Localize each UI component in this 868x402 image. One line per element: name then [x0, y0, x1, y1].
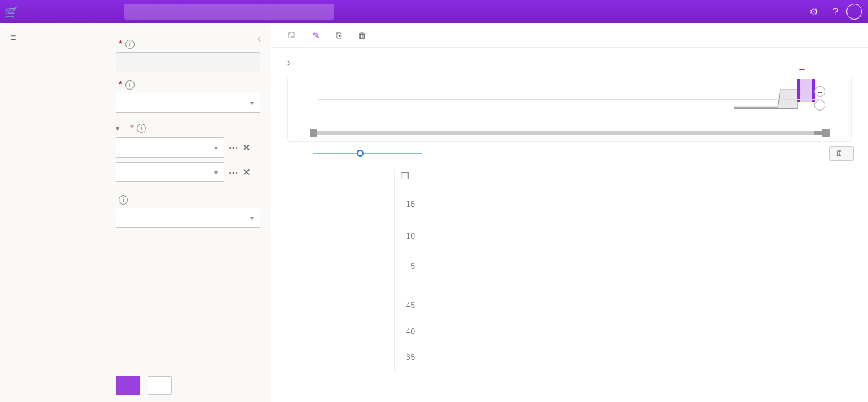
breadcrumb: [271, 48, 868, 68]
chevron-down-icon: [214, 168, 218, 176]
sidebar: ≡: [0, 23, 109, 402]
search-input[interactable]: [124, 4, 334, 20]
save-icon: 🖫: [287, 30, 296, 40]
telemetry-more-icon[interactable]: ⋯: [229, 142, 238, 153]
avatar[interactable]: [846, 4, 862, 20]
toolbar: 🖫 ✎ ⎘ 🗑: [271, 23, 868, 48]
svg-text:40: 40: [406, 328, 415, 335]
svg-text:15: 15: [406, 200, 415, 208]
svg-text:10: 10: [406, 232, 415, 240]
svg-text:45: 45: [406, 302, 415, 309]
chevron-down-icon[interactable]: [116, 123, 119, 133]
telemetry-select-2[interactable]: [116, 162, 224, 182]
menu-toggle-icon[interactable]: ≡: [0, 29, 108, 51]
chevron-down-icon: [250, 99, 254, 107]
copy-icon: ⎘: [336, 30, 341, 40]
zoom-in-icon[interactable]: +: [814, 86, 825, 97]
telemetry-select-1[interactable]: [116, 137, 224, 158]
help-icon[interactable]: ?: [825, 6, 846, 17]
delete-button[interactable]: 🗑: [358, 30, 370, 40]
chevron-right-icon: [287, 58, 290, 68]
config-panel: 〈 * i * i * i ⋯ ✕ ⋯ ✕ i: [109, 23, 271, 402]
calendar-icon: 🗓: [835, 149, 843, 158]
collapse-panel-icon[interactable]: 〈: [252, 33, 262, 46]
info-icon[interactable]: i: [119, 195, 128, 205]
chevron-down-icon: [214, 144, 218, 152]
overview-slider[interactable]: [310, 131, 830, 135]
telemetry-more-icon[interactable]: ⋯: [229, 167, 238, 178]
analyze-button[interactable]: [116, 376, 140, 395]
delete-icon: 🗑: [358, 30, 367, 40]
groupby-select[interactable]: [116, 208, 260, 228]
chart-area[interactable]: ❐ ⋯ 15 10 5 45 40 35: [394, 169, 868, 372]
slider-handle-left[interactable]: [310, 129, 317, 137]
chart-legend: [278, 169, 394, 372]
timeframe-picker[interactable]: 🗓: [829, 146, 854, 161]
range-pill: [799, 69, 805, 70]
settings-icon[interactable]: ⚙: [803, 6, 825, 17]
rename-icon: ✎: [312, 30, 320, 40]
copy-query-button[interactable]: ⎘: [336, 30, 345, 40]
slider-handle-right[interactable]: [822, 129, 830, 137]
timeline-overview: + −: [287, 77, 852, 142]
save-button: 🖫: [287, 30, 299, 40]
telemetry-remove-icon[interactable]: ✕: [242, 142, 251, 153]
overview-sparkline: [734, 83, 798, 111]
info-icon[interactable]: i: [125, 80, 135, 90]
telemetry-remove-icon[interactable]: ✕: [242, 166, 251, 178]
device-group-select[interactable]: [116, 93, 260, 113]
zoom-out-icon[interactable]: −: [814, 100, 825, 111]
info-icon[interactable]: i: [125, 40, 135, 49]
rename-button[interactable]: ✎: [312, 30, 323, 40]
svg-text:35: 35: [406, 354, 415, 362]
interval-slider[interactable]: [313, 153, 422, 154]
page-title: [271, 68, 868, 77]
interval-slider-handle[interactable]: [357, 150, 364, 157]
cancel-button[interactable]: [148, 376, 172, 395]
app-icon: 🛒: [0, 5, 23, 19]
info-icon[interactable]: i: [137, 124, 146, 133]
organization-input[interactable]: [116, 52, 260, 72]
svg-text:5: 5: [411, 262, 415, 270]
chevron-down-icon: [250, 214, 254, 222]
layers-icon[interactable]: ❐: [401, 171, 409, 181]
